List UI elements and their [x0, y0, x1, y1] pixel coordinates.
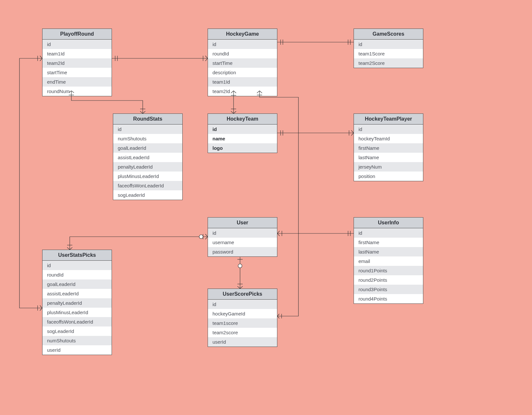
entity-field: team2Id — [208, 87, 277, 96]
entity-fields: idfirstNamelastNameemailround1Pointsroun… — [354, 228, 423, 303]
svg-line-4 — [205, 58, 208, 61]
entity-field: roundId — [42, 270, 112, 279]
svg-line-39 — [40, 305, 42, 308]
svg-line-37 — [40, 58, 42, 61]
entity-field: lastName — [354, 153, 423, 162]
entity-field: roundNum — [42, 87, 112, 96]
entity-field: numShutouts — [113, 134, 182, 143]
svg-line-59 — [277, 233, 280, 236]
entity-field: team1Score — [354, 49, 423, 58]
entity-fields: idnumShutoutsgoalLeaderIdassistLeaderIdp… — [113, 124, 182, 200]
svg-line-3 — [205, 56, 208, 58]
entity-user-info: UserInfo idfirstNamelastNameemailround1P… — [354, 217, 423, 304]
entity-field: password — [208, 247, 277, 256]
svg-line-27 — [351, 130, 354, 133]
svg-line-40 — [40, 308, 42, 311]
entity-field: goalLeaderId — [42, 279, 112, 289]
entity-field: team2Score — [354, 58, 423, 68]
entity-user-score-picks: UserScorePicks idhockeyGameIdteam1scoret… — [208, 289, 277, 347]
entity-field: id — [42, 40, 112, 49]
entity-field: logo — [208, 143, 277, 153]
svg-line-33 — [277, 314, 279, 316]
svg-point-47 — [199, 235, 203, 239]
entity-field: endTime — [42, 77, 112, 87]
svg-line-55 — [240, 286, 243, 289]
entity-field: id — [354, 124, 423, 134]
svg-line-36 — [40, 56, 42, 58]
svg-line-44 — [67, 247, 70, 250]
entity-field: id — [208, 228, 277, 238]
entity-field: id — [354, 228, 423, 238]
entity-field: round1Points — [354, 266, 423, 275]
svg-line-21 — [231, 111, 234, 113]
entity-field: id — [113, 124, 182, 134]
entity-field: plusMinusLeaderId — [42, 308, 112, 317]
entity-playoff-round: PlayoffRound idteam1Idteam2IdstartTimeen… — [42, 29, 112, 96]
entity-field: id — [354, 40, 423, 49]
entity-field: goalLeaderId — [113, 143, 182, 153]
entity-field: email — [354, 256, 423, 266]
entity-header: GameScores — [354, 29, 423, 40]
entity-field: faceoffsWonLeaderId — [113, 181, 182, 190]
entity-field: userId — [208, 337, 277, 347]
entity-field: assistLeaderId — [42, 289, 112, 298]
svg-line-22 — [234, 111, 236, 113]
svg-line-49 — [205, 237, 208, 239]
svg-line-28 — [351, 133, 354, 136]
entity-field: username — [208, 238, 277, 247]
entity-field: firstName — [354, 238, 423, 247]
svg-line-58 — [277, 231, 280, 233]
entity-field: round4Points — [354, 294, 423, 303]
svg-line-45 — [70, 247, 72, 250]
entity-field: hockeyGameId — [208, 309, 277, 318]
svg-line-34 — [277, 316, 279, 318]
entity-hockey-team-player: HockeyTeamPlayer idhockeyTeamIdfirstName… — [354, 113, 423, 181]
entity-header: HockeyTeamPlayer — [354, 114, 423, 124]
entity-field: assistLeaderId — [113, 153, 182, 162]
entity-field: plusMinusLeaderId — [113, 172, 182, 181]
entity-field: team2score — [208, 328, 277, 337]
entity-field: firstName — [354, 143, 423, 153]
entity-field: name — [208, 134, 277, 143]
entity-fields: idteam1Idteam2IdstartTimeendTimeroundNum — [42, 40, 112, 96]
entity-field: team1Id — [42, 49, 112, 58]
entity-field: id — [208, 40, 277, 49]
entity-fields: idnamelogo — [208, 124, 277, 153]
entity-field: penaltyLeaderId — [113, 162, 182, 172]
svg-line-15 — [143, 111, 145, 113]
svg-line-48 — [205, 234, 208, 237]
entity-field: lastName — [354, 247, 423, 256]
entity-field: numShutouts — [42, 336, 112, 345]
entity-hockey-game: HockeyGame idroundIdstartTimedescription… — [208, 29, 277, 96]
entity-field: sogLeaderId — [113, 190, 182, 200]
entity-field: description — [208, 68, 277, 77]
entity-field: roundId — [208, 49, 277, 58]
entity-header: User — [208, 218, 277, 228]
svg-point-52 — [238, 264, 242, 268]
entity-fields: idteam1Scoreteam2Score — [354, 40, 423, 68]
entity-field: team1score — [208, 318, 277, 328]
entity-field: penaltyLeaderId — [42, 298, 112, 308]
entity-fields: idroundIdgoalLeaderIdassistLeaderIdpenal… — [42, 261, 112, 355]
entity-field: startTime — [42, 68, 112, 77]
entity-field: startTime — [208, 58, 277, 68]
entity-field: jerseyNum — [354, 162, 423, 172]
entity-user: User idusernamepassword — [208, 217, 277, 257]
entity-fields: idhockeyTeamIdfirstNamelastNamejerseyNum… — [354, 124, 423, 181]
entity-field: id — [42, 261, 112, 270]
entity-field: round2Points — [354, 275, 423, 285]
entity-field: hockeyTeamId — [354, 134, 423, 143]
entity-hockey-team: HockeyTeam idnamelogo — [208, 113, 277, 153]
entity-round-stats: RoundStats idnumShutoutsgoalLeaderIdassi… — [113, 113, 183, 200]
entity-field: team1Id — [208, 77, 277, 87]
entity-header: UserStatsPicks — [42, 250, 112, 261]
entity-user-stats-picks: UserStatsPicks idroundIdgoalLeaderIdassi… — [42, 250, 112, 355]
entity-fields: idroundIdstartTimedescriptionteam1Idteam… — [208, 40, 277, 96]
svg-line-54 — [237, 286, 240, 289]
entity-header: UserInfo — [354, 218, 423, 228]
entity-field: team2Id — [42, 58, 112, 68]
entity-game-scores: GameScores idteam1Scoreteam2Score — [354, 29, 423, 68]
entity-header: HockeyTeam — [208, 114, 277, 124]
entity-header: RoundStats — [113, 114, 182, 124]
entity-header: UserScorePicks — [208, 289, 277, 300]
